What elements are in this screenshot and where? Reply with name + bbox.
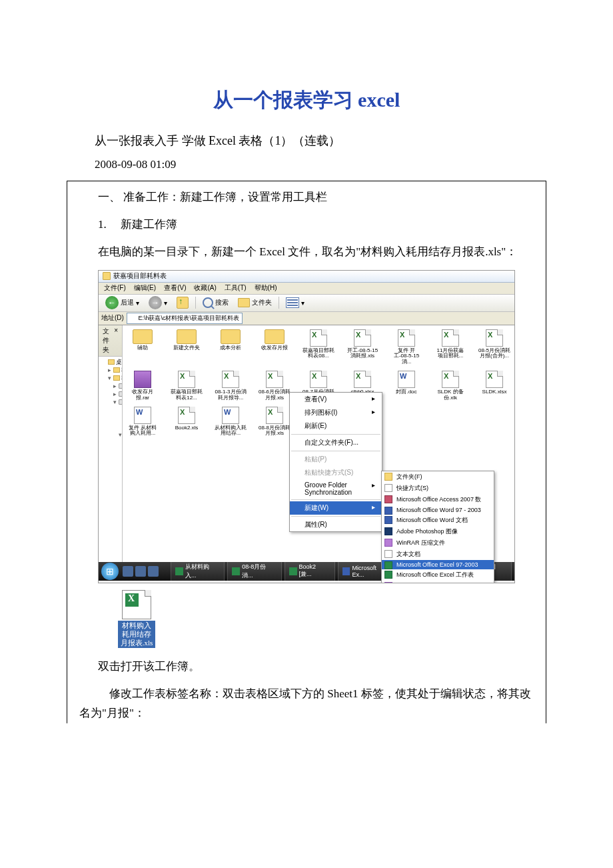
up-button[interactable]	[174, 295, 191, 310]
file-item[interactable]: 从材料购入耗用结存...	[215, 407, 247, 437]
address-input[interactable]: E:\h获嘉\c材料报表\获嘉项目部耗料表	[127, 313, 243, 324]
quick-launch[interactable]	[123, 566, 159, 577]
forward-button[interactable]: → ▾	[146, 295, 170, 311]
submenu-item[interactable]: 文本文档	[382, 549, 494, 560]
tree-item[interactable]: ▸补充材料报	[101, 463, 123, 471]
taskbar-item[interactable]: 08-8月份消...	[227, 560, 281, 583]
tree-item[interactable]: 2008年年终总结	[101, 407, 122, 415]
context-menu[interactable]: 查看(V)▸排列图标(I)▸刷新(E)自定义文件夹(F)...粘贴(P)粘贴快捷…	[289, 392, 382, 532]
tree-body[interactable]: 桌面▸我的文档▾我的电脑▸本地磁盘 (C:)▸本地磁盘 (D:)▾本地磁盘 (E…	[99, 357, 122, 562]
tree-item[interactable]: ▸G钢材甲方报量	[101, 544, 123, 552]
xls-icon	[486, 329, 503, 347]
menu-fav[interactable]: 收藏(A)	[194, 283, 216, 293]
file-item[interactable]: 08-6月份消耗月报.xls	[259, 371, 291, 401]
submenu-item[interactable]: Microsoft Office Excel 工作表	[382, 569, 494, 581]
tree-item[interactable]: 成本分析	[101, 495, 123, 503]
context-menu-item[interactable]: Groove Folder Synchronization▸	[290, 479, 382, 498]
close-icon[interactable]: ×	[114, 327, 118, 355]
file-item[interactable]: SLDK.xlsx	[478, 371, 510, 401]
back-button[interactable]: ← 后退 ▾	[103, 295, 142, 311]
submenu-item[interactable]: Adobe Photoshop 图像	[382, 526, 494, 537]
tree-item[interactable]: ▸本地磁盘 (D:)	[101, 390, 122, 398]
file-item[interactable]: 收发存月报	[259, 329, 291, 365]
file-item[interactable]: 08-8月份消耗月报.xls	[259, 407, 291, 437]
tree-item[interactable]: ▾c材料报表	[101, 447, 123, 455]
file-item[interactable]: 开工-08-5-15消耗报.xls	[346, 329, 378, 365]
tree-item[interactable]: 新建文件	[101, 519, 123, 527]
created-file-icon[interactable]: 材料购入耗用结存月报表.xls	[118, 590, 155, 649]
file-item[interactable]: 获嘉项目部耗料表12...	[171, 371, 203, 401]
tree-item[interactable]: ▸c材料记录	[101, 528, 123, 536]
file-item[interactable]: 收发存月报.rar	[127, 371, 159, 401]
submenu-new[interactable]: 文件夹(F)快捷方式(S)Microsoft Office Access 200…	[381, 471, 494, 583]
submenu-item[interactable]: WinRAR 压缩文件	[382, 537, 494, 549]
file-item[interactable]: 新建文件夹	[171, 329, 203, 365]
tree-item[interactable]: ▾本地磁盘 (E:)	[101, 398, 122, 406]
submenu-item[interactable]: 快捷方式(S)	[382, 483, 494, 494]
tree-item[interactable]: ▸本地磁盘 (C:)	[101, 382, 122, 390]
file-item[interactable]: SLDK 的备份.xlk	[434, 371, 466, 401]
file-label: 新建文件夹	[173, 345, 200, 351]
file-item[interactable]: 复件 从材料购入耗用...	[127, 407, 159, 437]
context-menu-item[interactable]: 查看(V)▸	[290, 393, 382, 406]
file-item[interactable]: 复件 开工-08-5-15消...	[390, 329, 422, 365]
tree-item[interactable]: 收发存月	[101, 511, 123, 519]
context-menu-item[interactable]: 新建(W)▸	[290, 501, 382, 515]
menu-tools[interactable]: 工具(T)	[225, 283, 247, 293]
menu-file[interactable]: 文件(F)	[104, 283, 126, 293]
file-label: 08-8月份消耗月报.xls	[259, 425, 291, 437]
file-label: 08-1-3月份消耗月报导...	[215, 389, 247, 401]
tree-item[interactable]: ▾获嘉项目部	[101, 487, 123, 495]
file-item[interactable]: 08-1-3月份消耗月报导...	[215, 371, 247, 401]
tree-item[interactable]: ▸2007年年终	[101, 455, 123, 463]
context-menu-item[interactable]: 属性(R)	[290, 518, 382, 531]
context-menu-item[interactable]: 刷新(E)	[290, 419, 382, 433]
menu-view[interactable]: 查看(V)	[164, 283, 186, 293]
file-list-pane[interactable]: 辅助新建文件夹成本分析收发存月报获嘉项目部耗料表08...开工-08-5-15消…	[123, 325, 514, 562]
context-menu-item[interactable]: 粘贴快捷方式(S)	[290, 466, 382, 479]
taskbar-item[interactable]: 从材料购入...	[171, 560, 225, 583]
start-button[interactable]: ⊞	[101, 563, 119, 580]
menu-help[interactable]: 帮助(H)	[255, 283, 277, 293]
file-item[interactable]: 辅助	[127, 329, 159, 365]
menu-edit[interactable]: 编辑(E)	[134, 283, 156, 293]
file-item[interactable]: 08-5月份消耗月报(合并)...	[478, 329, 510, 365]
view-button[interactable]: ▾	[283, 296, 307, 309]
tree-item[interactable]: excel知识	[101, 423, 122, 431]
submenu-item[interactable]: Microsoft Office Word 文档	[382, 515, 494, 526]
folders-label: 文件夹	[252, 298, 272, 307]
tree-item[interactable]: 桌面	[101, 358, 122, 366]
file-item[interactable]: 封面.doc	[390, 371, 422, 401]
context-menu-item[interactable]: 自定义文件夹(F)...	[290, 436, 382, 449]
submenu-item[interactable]: Microsoft Office Excel 97-2003	[382, 560, 494, 569]
search-button[interactable]: 搜索	[200, 296, 231, 309]
folder-icon	[238, 298, 250, 307]
tree-item[interactable]: ▸g公司文件	[101, 552, 123, 560]
tree-item[interactable]: ▸c材料软件破解	[101, 536, 123, 544]
folders-button[interactable]: 文件夹	[235, 297, 275, 309]
tree-item[interactable]: ▾h获嘉	[101, 431, 122, 439]
xls-icon	[442, 371, 459, 388]
file-label: 08-5月份消耗月报(合并)...	[478, 348, 510, 360]
tree-item[interactable]: ▸材料报表200	[101, 471, 123, 479]
file-item[interactable]: 11月份获嘉项目部耗...	[434, 329, 466, 365]
menu-bar[interactable]: 文件(F) 编辑(E) 查看(V) 收藏(A) 工具(T) 帮助(H)	[99, 283, 514, 295]
context-menu-item[interactable]: 排列图标(I)▸	[290, 406, 382, 419]
tree-item[interactable]: ▸h合同	[101, 560, 123, 561]
submenu-item[interactable]: 文件夹(F)	[382, 471, 494, 483]
tree-item[interactable]: ▸财务报表	[101, 479, 123, 487]
file-label: SLDK.xlsx	[482, 389, 507, 395]
submenu-item[interactable]: Microsoft Office Access 2007 数	[382, 494, 494, 505]
tree-item[interactable]: a安装软件	[101, 415, 122, 423]
file-item[interactable]: 获嘉项目部耗料表08...	[303, 329, 334, 365]
tree-item[interactable]: 辅助	[101, 503, 123, 511]
submenu-item[interactable]: Microsoft Office Word 97 - 2003	[382, 505, 494, 515]
file-item[interactable]: 成本分析	[215, 329, 247, 365]
taskbar-item[interactable]: Book2 [兼...	[285, 560, 335, 583]
tree-item[interactable]: ▾我的电脑	[101, 374, 122, 382]
tree-item[interactable]: ▸我的文档	[101, 366, 122, 374]
submenu-item[interactable]: WinRAR ZIP 压缩文件	[382, 581, 494, 583]
context-menu-item[interactable]: 粘贴(P)	[290, 453, 382, 466]
file-item[interactable]: Book2.xls	[171, 407, 203, 437]
tree-item[interactable]: cw财务	[101, 439, 123, 447]
